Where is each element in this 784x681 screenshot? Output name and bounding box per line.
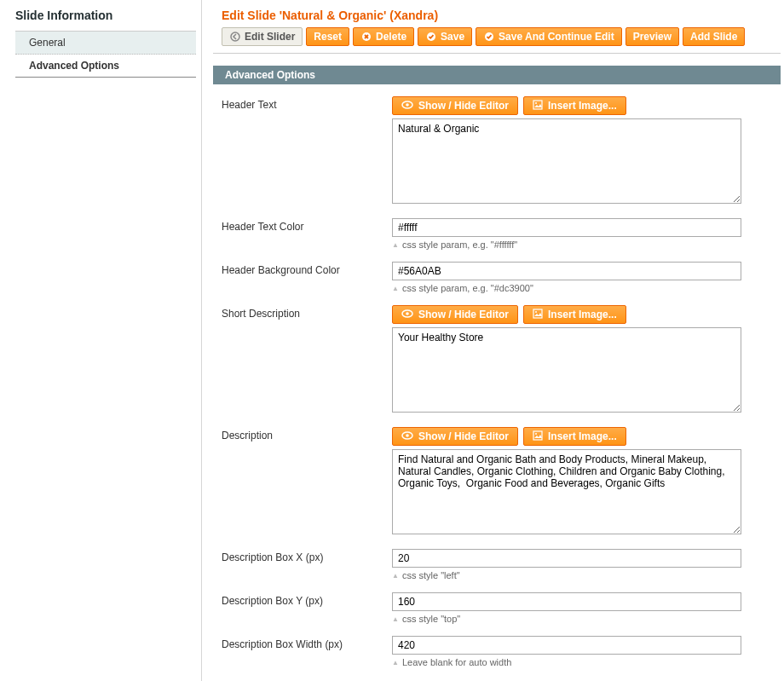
insert-image-button[interactable]: Insert Image... — [523, 96, 626, 115]
header-bg-color-input[interactable] — [392, 262, 741, 280]
back-icon — [229, 31, 241, 43]
label-header-text-color: Header Text Color — [222, 218, 392, 250]
label-desc-box-y: Description Box Y (px) — [222, 592, 392, 624]
delete-button[interactable]: Delete — [353, 27, 414, 46]
image-icon — [533, 430, 543, 443]
label-short-description: Short Description — [222, 305, 392, 415]
label-header-text: Header Text — [222, 96, 392, 206]
delete-icon — [360, 31, 372, 43]
image-icon — [533, 309, 543, 321]
show-hide-editor-button[interactable]: Show / Hide Editor — [392, 427, 518, 446]
header-text-color-input[interactable] — [392, 218, 741, 237]
sidebar-tabs: General Advanced Options — [15, 31, 196, 78]
svg-point-0 — [231, 32, 239, 41]
check-icon — [425, 31, 437, 43]
desc-box-width-input[interactable] — [392, 636, 741, 655]
hint-desc-box-y: css style "top" — [392, 614, 772, 624]
label-desc-box-width: Description Box Width (px) — [222, 636, 392, 667]
row-desc-box-x: Description Box X (px) css style "left" — [210, 545, 784, 589]
hint-desc-box-x: css style "left" — [392, 570, 772, 580]
label-desc-box-x: Description Box X (px) — [222, 549, 392, 580]
description-input[interactable] — [392, 449, 741, 534]
show-hide-editor-button[interactable]: Show / Hide Editor — [392, 305, 518, 324]
header-text-input[interactable] — [392, 118, 741, 204]
sidebar: Slide Information General Advanced Optio… — [0, 0, 196, 681]
eye-icon — [401, 100, 413, 112]
row-header-bg-color: Header Background Color css style param,… — [210, 258, 784, 302]
row-short-description: Short Description Show / Hide Editor Ins… — [210, 302, 784, 424]
reset-button[interactable]: Reset — [306, 27, 349, 46]
image-icon — [533, 100, 543, 113]
svg-point-9 — [406, 312, 409, 315]
section-header: Advanced Options — [213, 66, 781, 84]
row-description: Description Show / Hide Editor Insert Im… — [210, 424, 784, 545]
svg-point-11 — [535, 311, 537, 313]
eye-icon — [401, 430, 413, 442]
check-icon — [483, 31, 495, 43]
row-desc-box-width: Description Box Width (px) Leave blank f… — [210, 632, 784, 676]
tab-general[interactable]: General — [15, 32, 196, 55]
svg-point-15 — [535, 433, 537, 435]
desc-box-y-input[interactable] — [392, 592, 741, 611]
sidebar-title: Slide Information — [15, 9, 196, 22]
insert-image-button[interactable]: Insert Image... — [523, 427, 626, 446]
show-hide-editor-button[interactable]: Show / Hide Editor — [392, 96, 518, 115]
preview-button[interactable]: Preview — [625, 27, 679, 46]
short-description-input[interactable] — [392, 327, 741, 413]
row-header-text-color: Header Text Color css style param, e.g. … — [210, 215, 784, 258]
svg-point-13 — [406, 434, 409, 437]
svg-point-5 — [406, 103, 409, 107]
hint-header-text-color: css style param, e.g. "#ffffff" — [392, 240, 772, 250]
page-title: Edit Slide 'Natural & Organic' (Xandra) — [210, 0, 784, 27]
save-continue-button[interactable]: Save And Continue Edit — [476, 27, 622, 46]
vertical-divider — [201, 0, 210, 681]
label-description: Description — [222, 427, 392, 537]
insert-image-button[interactable]: Insert Image... — [523, 305, 626, 324]
edit-slider-button[interactable]: Edit Slider — [222, 27, 303, 46]
eye-icon — [401, 309, 413, 320]
row-header-text: Header Text Show / Hide Editor Insert Im… — [210, 93, 784, 215]
save-button[interactable]: Save — [418, 27, 472, 46]
desc-box-x-input[interactable] — [392, 549, 741, 568]
tab-advanced-options[interactable]: Advanced Options — [15, 55, 196, 78]
svg-point-7 — [535, 102, 537, 104]
hint-desc-box-width: Leave blank for auto width — [392, 657, 772, 667]
action-button-bar: Edit Slider Reset Delete Save — [210, 27, 784, 53]
divider — [213, 53, 781, 54]
main-content: Edit Slide 'Natural & Organic' (Xandra) … — [210, 0, 784, 681]
add-slide-button[interactable]: Add Slide — [683, 27, 745, 46]
hint-header-bg-color: css style param, e.g. "#dc3900" — [392, 283, 772, 293]
row-desc-box-y: Description Box Y (px) css style "top" — [210, 589, 784, 632]
label-header-bg-color: Header Background Color — [222, 262, 392, 293]
